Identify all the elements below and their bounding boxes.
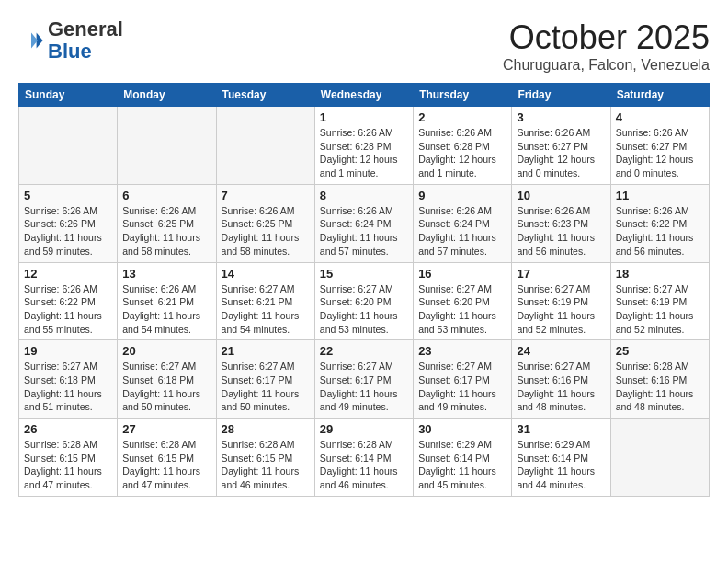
calendar-week-3: 12Sunrise: 6:26 AM Sunset: 6:22 PM Dayli… (19, 262, 710, 340)
calendar-cell: 23Sunrise: 6:27 AM Sunset: 6:17 PM Dayli… (414, 340, 512, 419)
day-number: 15 (320, 267, 408, 281)
calendar-cell: 27Sunrise: 6:28 AM Sunset: 6:15 PM Dayli… (118, 419, 216, 497)
calendar-cell: 4Sunrise: 6:26 AM Sunset: 6:27 PM Daylig… (610, 107, 709, 185)
calendar-cell (610, 419, 709, 497)
calendar-cell: 2Sunrise: 6:26 AM Sunset: 6:28 PM Daylig… (414, 107, 512, 185)
logo: General Blue (18, 18, 123, 63)
day-number: 19 (24, 344, 112, 358)
day-info: Sunrise: 6:26 AM Sunset: 6:22 PM Dayligh… (24, 282, 112, 337)
day-number: 23 (418, 344, 506, 358)
day-number: 17 (517, 267, 605, 281)
day-info: Sunrise: 6:28 AM Sunset: 6:15 PM Dayligh… (24, 438, 112, 492)
day-info: Sunrise: 6:28 AM Sunset: 6:15 PM Dayligh… (222, 438, 310, 492)
day-number: 13 (122, 267, 210, 281)
day-number: 14 (222, 267, 310, 281)
weekday-header-tuesday: Tuesday (216, 84, 314, 107)
day-number: 6 (122, 189, 210, 202)
day-number: 5 (24, 189, 112, 202)
day-info: Sunrise: 6:28 AM Sunset: 6:15 PM Dayligh… (122, 438, 210, 492)
day-info: Sunrise: 6:27 AM Sunset: 6:21 PM Dayligh… (222, 282, 310, 337)
weekday-header-wednesday: Wednesday (314, 84, 413, 107)
calendar-cell (118, 107, 216, 185)
month-title: October 2025 (503, 18, 710, 57)
calendar-cell: 13Sunrise: 6:26 AM Sunset: 6:21 PM Dayli… (118, 262, 216, 340)
weekday-header-friday: Friday (512, 84, 610, 107)
day-info: Sunrise: 6:26 AM Sunset: 6:23 PM Dayligh… (517, 204, 605, 259)
day-info: Sunrise: 6:27 AM Sunset: 6:17 PM Dayligh… (418, 360, 506, 414)
day-number: 25 (616, 344, 704, 358)
day-info: Sunrise: 6:27 AM Sunset: 6:17 PM Dayligh… (222, 360, 310, 414)
day-info: Sunrise: 6:27 AM Sunset: 6:19 PM Dayligh… (517, 282, 605, 337)
day-info: Sunrise: 6:26 AM Sunset: 6:26 PM Dayligh… (24, 204, 112, 259)
day-info: Sunrise: 6:27 AM Sunset: 6:16 PM Dayligh… (517, 360, 605, 414)
calendar-table: SundayMondayTuesdayWednesdayThursdayFrid… (18, 83, 710, 497)
calendar-cell: 28Sunrise: 6:28 AM Sunset: 6:15 PM Dayli… (216, 419, 314, 497)
calendar-cell: 14Sunrise: 6:27 AM Sunset: 6:21 PM Dayli… (216, 262, 314, 340)
calendar-cell: 3Sunrise: 6:26 AM Sunset: 6:27 PM Daylig… (512, 107, 610, 185)
day-number: 4 (616, 110, 704, 124)
day-info: Sunrise: 6:29 AM Sunset: 6:14 PM Dayligh… (418, 438, 506, 492)
day-number: 18 (616, 267, 704, 281)
calendar-cell: 9Sunrise: 6:26 AM Sunset: 6:24 PM Daylig… (414, 184, 512, 262)
calendar-cell: 22Sunrise: 6:27 AM Sunset: 6:17 PM Dayli… (314, 340, 413, 419)
day-info: Sunrise: 6:28 AM Sunset: 6:14 PM Dayligh… (320, 438, 408, 492)
weekday-header-monday: Monday (118, 84, 216, 107)
calendar-cell: 7Sunrise: 6:26 AM Sunset: 6:25 PM Daylig… (216, 184, 314, 262)
day-info: Sunrise: 6:26 AM Sunset: 6:28 PM Dayligh… (320, 126, 408, 180)
calendar-cell: 20Sunrise: 6:27 AM Sunset: 6:18 PM Dayli… (118, 340, 216, 419)
day-info: Sunrise: 6:26 AM Sunset: 6:21 PM Dayligh… (122, 282, 210, 337)
day-info: Sunrise: 6:26 AM Sunset: 6:24 PM Dayligh… (320, 204, 408, 259)
day-info: Sunrise: 6:26 AM Sunset: 6:25 PM Dayligh… (222, 204, 310, 259)
day-number: 1 (320, 110, 408, 124)
logo-icon (18, 28, 44, 53)
calendar-cell: 11Sunrise: 6:26 AM Sunset: 6:22 PM Dayli… (610, 184, 709, 262)
page-header: General Blue October 2025 Churuguara, Fa… (18, 18, 710, 74)
weekday-header-sunday: Sunday (19, 84, 118, 107)
day-info: Sunrise: 6:27 AM Sunset: 6:19 PM Dayligh… (616, 282, 704, 337)
day-number: 26 (24, 422, 112, 436)
day-info: Sunrise: 6:26 AM Sunset: 6:22 PM Dayligh… (616, 204, 704, 259)
day-number: 28 (222, 422, 310, 436)
day-number: 2 (418, 110, 506, 124)
calendar-cell: 5Sunrise: 6:26 AM Sunset: 6:26 PM Daylig… (19, 184, 118, 262)
calendar-cell: 25Sunrise: 6:28 AM Sunset: 6:16 PM Dayli… (610, 340, 709, 419)
day-number: 24 (517, 344, 605, 358)
day-info: Sunrise: 6:27 AM Sunset: 6:20 PM Dayligh… (418, 282, 506, 337)
calendar-cell: 16Sunrise: 6:27 AM Sunset: 6:20 PM Dayli… (414, 262, 512, 340)
calendar-cell: 17Sunrise: 6:27 AM Sunset: 6:19 PM Dayli… (512, 262, 610, 340)
day-number: 21 (222, 344, 310, 358)
weekday-header-row: SundayMondayTuesdayWednesdayThursdayFrid… (19, 84, 710, 107)
day-info: Sunrise: 6:27 AM Sunset: 6:17 PM Dayligh… (320, 360, 408, 414)
day-info: Sunrise: 6:26 AM Sunset: 6:25 PM Dayligh… (122, 204, 210, 259)
day-number: 31 (517, 422, 605, 436)
calendar-cell (19, 107, 118, 185)
calendar-cell: 10Sunrise: 6:26 AM Sunset: 6:23 PM Dayli… (512, 184, 610, 262)
day-number: 8 (320, 189, 408, 202)
logo-text: General Blue (48, 18, 123, 63)
day-number: 12 (24, 267, 112, 281)
day-info: Sunrise: 6:28 AM Sunset: 6:16 PM Dayligh… (616, 360, 704, 414)
calendar-cell: 1Sunrise: 6:26 AM Sunset: 6:28 PM Daylig… (314, 107, 413, 185)
calendar-cell: 29Sunrise: 6:28 AM Sunset: 6:14 PM Dayli… (314, 419, 413, 497)
calendar-cell: 24Sunrise: 6:27 AM Sunset: 6:16 PM Dayli… (512, 340, 610, 419)
day-info: Sunrise: 6:27 AM Sunset: 6:18 PM Dayligh… (122, 360, 210, 414)
calendar-cell: 19Sunrise: 6:27 AM Sunset: 6:18 PM Dayli… (19, 340, 118, 419)
day-number: 16 (418, 267, 506, 281)
day-number: 10 (517, 189, 605, 202)
calendar-week-1: 1Sunrise: 6:26 AM Sunset: 6:28 PM Daylig… (19, 107, 710, 185)
calendar-week-2: 5Sunrise: 6:26 AM Sunset: 6:26 PM Daylig… (19, 184, 710, 262)
day-number: 29 (320, 422, 408, 436)
calendar-cell: 18Sunrise: 6:27 AM Sunset: 6:19 PM Dayli… (610, 262, 709, 340)
day-number: 11 (616, 189, 704, 202)
calendar-cell: 8Sunrise: 6:26 AM Sunset: 6:24 PM Daylig… (314, 184, 413, 262)
day-number: 27 (122, 422, 210, 436)
calendar-cell: 21Sunrise: 6:27 AM Sunset: 6:17 PM Dayli… (216, 340, 314, 419)
day-number: 3 (517, 110, 605, 124)
calendar-cell (216, 107, 314, 185)
weekday-header-saturday: Saturday (610, 84, 709, 107)
day-info: Sunrise: 6:27 AM Sunset: 6:20 PM Dayligh… (320, 282, 408, 337)
day-info: Sunrise: 6:26 AM Sunset: 6:28 PM Dayligh… (418, 126, 506, 180)
title-block: October 2025 Churuguara, Falcon, Venezue… (503, 18, 710, 74)
day-number: 30 (418, 422, 506, 436)
weekday-header-thursday: Thursday (414, 84, 512, 107)
